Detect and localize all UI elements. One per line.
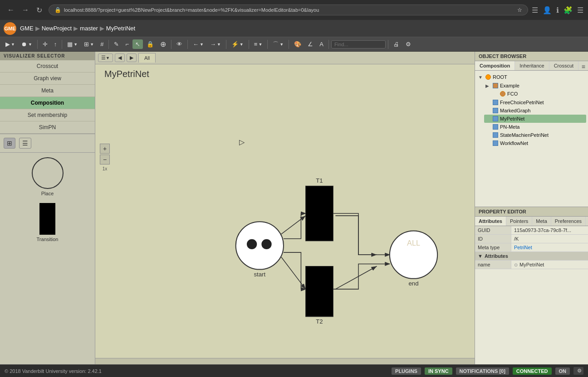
collapse-icon[interactable]: ▼: [478, 253, 483, 259]
reload-button[interactable]: ↻: [34, 5, 45, 15]
filter-icon[interactable]: ≡: [582, 63, 585, 70]
prop-key-id: ID: [475, 235, 511, 243]
canvas-nav-next[interactable]: ▶: [127, 53, 137, 62]
breadcrumb: GME ▶ NewProject ▶ master ▶ MyPetriNet: [20, 25, 135, 32]
breadcrumb-gme[interactable]: GME: [20, 25, 34, 32]
palette-item-transition[interactable]: Transition: [37, 203, 59, 242]
badge-settings[interactable]: ⚙: [573, 367, 583, 375]
sidebar-item-setmembership[interactable]: Set membership: [0, 109, 95, 121]
svg-point-5: [236, 222, 284, 269]
tree-item-statemachien[interactable]: StateMachienPetriNet: [484, 131, 586, 139]
tree-item-example[interactable]: ▶ Example: [484, 82, 586, 90]
menu-icon[interactable]: ☰: [577, 6, 583, 14]
layout-button[interactable]: ▦▼: [64, 39, 80, 49]
tab-preferences[interactable]: Preferences: [551, 217, 586, 226]
grid-button[interactable]: ⊞▼: [81, 39, 97, 49]
tab-meta[interactable]: Meta: [532, 217, 551, 226]
badge-connected[interactable]: CONNECTED: [513, 367, 552, 375]
svg-point-6: [247, 239, 257, 249]
separator-9: [289, 40, 289, 49]
list-view-button[interactable]: ☰: [19, 138, 31, 149]
badge-on[interactable]: ON: [555, 367, 570, 375]
badge-sync[interactable]: IN SYNC: [425, 367, 452, 375]
horizontal-scrollbar[interactable]: [95, 358, 475, 364]
tree-item-fco[interactable]: FCO: [491, 90, 586, 98]
distribute-button[interactable]: ⚡▼: [229, 39, 246, 49]
back-button[interactable]: ←: [5, 5, 17, 15]
tab-attributes[interactable]: Attributes: [475, 217, 506, 226]
plus-button[interactable]: ⊕: [157, 39, 169, 50]
pencil-button[interactable]: ✎: [111, 39, 122, 49]
tree-item-root[interactable]: ▼ ROOT: [477, 73, 586, 81]
select-button[interactable]: ↖: [132, 39, 143, 49]
badge-plugins[interactable]: PLUGINS: [392, 367, 421, 375]
angle-button[interactable]: ∠: [305, 39, 316, 49]
grid-view-button[interactable]: ⊞: [4, 138, 15, 149]
property-editor-title: PROPERTY EDITOR: [475, 207, 588, 217]
hash-button[interactable]: #: [98, 39, 106, 49]
palette-item-place[interactable]: Place: [32, 157, 64, 196]
list-view-canvas-button[interactable]: ☰ ▼: [98, 53, 113, 62]
tree-label-workflownet: WorkflowNet: [500, 140, 528, 146]
tab-pointers[interactable]: Pointers: [506, 217, 532, 226]
user-icon[interactable]: 👤: [543, 6, 552, 14]
tree-item-freechoice[interactable]: FreeChoicePetriNet: [484, 98, 586, 106]
prop-row-id: ID /K: [475, 235, 588, 243]
prop-val-metatype[interactable]: PetriNet: [511, 243, 588, 251]
example-icon: [492, 82, 499, 89]
paint-button[interactable]: 🎨: [291, 39, 304, 49]
lock-button[interactable]: 🔒: [144, 39, 157, 49]
tab-all[interactable]: All: [138, 53, 156, 63]
transition-icon: [39, 203, 55, 235]
extensions-icon[interactable]: 🧩: [564, 6, 573, 14]
star-icon[interactable]: ☆: [517, 7, 522, 13]
search-input[interactable]: [331, 40, 386, 48]
tab-crosscut[interactable]: Crosscut: [549, 61, 578, 70]
property-editor-section: PROPERTY EDITOR Attributes Pointers Meta…: [475, 207, 588, 269]
sidebar-item-simpn[interactable]: SimPN: [0, 121, 95, 134]
toggle-example[interactable]: ▶: [485, 83, 491, 88]
prop-val-guid: 115a0973-37ca-79c8-7f...: [511, 226, 588, 234]
sidebar-item-crosscut[interactable]: Crosscut: [0, 60, 95, 72]
sidebar-item-composition[interactable]: Composition: [0, 97, 95, 109]
tree-item-mypetrinet[interactable]: MyPetriNet: [484, 115, 586, 123]
align-button[interactable]: ≡▼: [251, 39, 265, 49]
record-button[interactable]: ⏺▼: [19, 39, 35, 49]
tab-composition[interactable]: Composition: [475, 61, 515, 70]
canvas-nav-prev[interactable]: ◀: [115, 53, 125, 62]
play-button[interactable]: ▶▼: [3, 39, 18, 49]
eye-button[interactable]: 👁: [174, 39, 185, 49]
nav-left-button[interactable]: ←▼: [190, 39, 206, 49]
settings-button[interactable]: ⚙: [403, 39, 414, 49]
move-button[interactable]: ✛: [40, 39, 50, 49]
statemachien-icon: [492, 132, 499, 138]
bookmarks-icon[interactable]: ☰: [532, 6, 538, 14]
print-button[interactable]: 🖨: [391, 39, 402, 49]
badge-notifications[interactable]: NOTIFICATIONS [0]: [456, 367, 509, 375]
tree-label-fco: FCO: [507, 91, 518, 97]
tree-item-pnmeta[interactable]: PN-Meta: [484, 123, 586, 131]
prop-val-name[interactable]: ⊙ MyPetriNet: [511, 261, 588, 269]
tree-node-root: ▼ ROOT ▶ Example: [477, 72, 586, 148]
breadcrumb-branch[interactable]: master: [80, 25, 98, 32]
forward-button[interactable]: →: [19, 5, 32, 15]
breadcrumb-node[interactable]: MyPetriNet: [106, 25, 135, 32]
breadcrumb-project[interactable]: NewProject: [42, 25, 72, 32]
address-bar[interactable]: 🔒 localhost:8888/?project=guest%2BNewPro…: [49, 5, 528, 15]
canvas-container[interactable]: MyPetriNet + − 1x ▷: [95, 64, 475, 358]
nav-right-button[interactable]: →▼: [207, 39, 224, 49]
text-button[interactable]: A: [317, 39, 326, 49]
info-icon[interactable]: ℹ: [556, 6, 559, 14]
upload-button[interactable]: ↑: [51, 39, 60, 49]
separator-8: [267, 40, 268, 49]
tab-inheritance[interactable]: Inheritance: [515, 61, 549, 70]
connect-button[interactable]: ⌒▼: [270, 39, 286, 50]
path-button[interactable]: ⌐: [122, 39, 132, 49]
sidebar-item-graphview[interactable]: Graph view: [0, 72, 95, 85]
tree-container: ▼ ROOT ▶ Example: [475, 71, 588, 207]
sidebar-item-meta[interactable]: Meta: [0, 85, 95, 97]
tree-item-markedgraph[interactable]: MarkedGraph: [484, 106, 586, 115]
place-label: Place: [41, 191, 54, 196]
tree-item-workflownet[interactable]: WorkflowNet: [484, 139, 586, 147]
tree-toggle-root[interactable]: ▼: [478, 75, 484, 80]
